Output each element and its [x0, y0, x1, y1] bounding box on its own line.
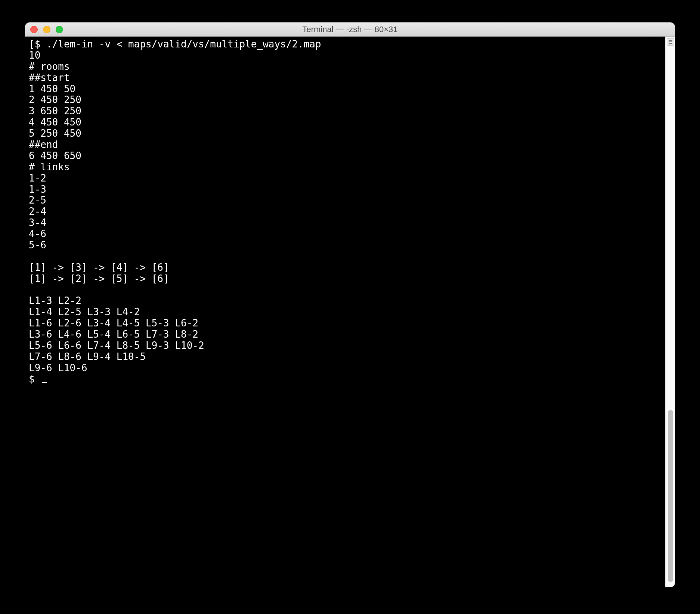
- output-line: # rooms: [29, 61, 70, 72]
- prompt: $: [35, 38, 41, 50]
- output-line: [1] -> [2] -> [5] -> [6]: [29, 273, 169, 284]
- output-line: L7-6 L8-6 L9-4 L10-5: [29, 351, 146, 362]
- output-line: # links: [29, 161, 70, 173]
- output-line: 5 250 450: [29, 128, 81, 139]
- output-line: 4-6: [29, 228, 46, 239]
- output-line: L1-6 L2-6 L3-4 L4-5 L5-3 L6-2: [29, 317, 198, 329]
- close-icon[interactable]: [30, 26, 38, 33]
- minimize-icon[interactable]: [43, 26, 50, 33]
- output-line: 3-4: [29, 217, 46, 228]
- output-line: 3 650 250: [29, 105, 81, 117]
- output-line: [1] -> [3] -> [4] -> [6]: [29, 262, 169, 273]
- output-line: L5-6 L6-6 L7-4 L8-5 L9-3 L10-2: [29, 340, 204, 351]
- output-line: 6 450 650: [29, 150, 81, 161]
- output-line: 1-2: [29, 173, 46, 184]
- output-line: L1-3 L2-2: [29, 295, 81, 306]
- maximize-icon[interactable]: [56, 26, 63, 33]
- output-line: 1-3: [29, 184, 46, 195]
- prompt: $: [29, 373, 35, 385]
- output-line: ##end: [29, 139, 58, 150]
- output-line: 2-4: [29, 206, 46, 217]
- output-line: 2 450 250: [29, 94, 81, 105]
- output-line: L1-4 L2-5 L3-3 L4-2: [29, 306, 140, 317]
- terminal-window: Terminal — -zsh — 80×31 [$ ./lem-in -v <…: [25, 22, 675, 587]
- titlebar[interactable]: Terminal — -zsh — 80×31: [25, 22, 675, 37]
- output-line: ##start: [29, 72, 70, 83]
- scrollbar-track[interactable]: [665, 37, 675, 587]
- output-line: 2-5: [29, 195, 46, 206]
- terminal-content[interactable]: [$ ./lem-in -v < maps/valid/vs/multiple_…: [25, 37, 665, 587]
- output-line: 10: [29, 50, 40, 61]
- output-line: 5-6: [29, 239, 46, 251]
- cursor-icon: [42, 382, 47, 383]
- scrollbar-thumb[interactable]: [668, 410, 673, 582]
- traffic-lights: [30, 26, 63, 33]
- terminal-body: [$ ./lem-in -v < maps/valid/vs/multiple_…: [25, 37, 675, 587]
- command-text: ./lem-in -v < maps/valid/vs/multiple_way…: [46, 38, 321, 50]
- output-line: 4 450 450: [29, 117, 81, 128]
- output-line: L9-6 L10-6: [29, 362, 87, 373]
- window-title: Terminal — -zsh — 80×31: [25, 25, 675, 34]
- output-line: L3-6 L4-6 L5-4 L6-5 L7-3 L8-2: [29, 329, 198, 340]
- menu-icon[interactable]: [667, 38, 674, 46]
- output-line: 1 450 50: [29, 83, 75, 94]
